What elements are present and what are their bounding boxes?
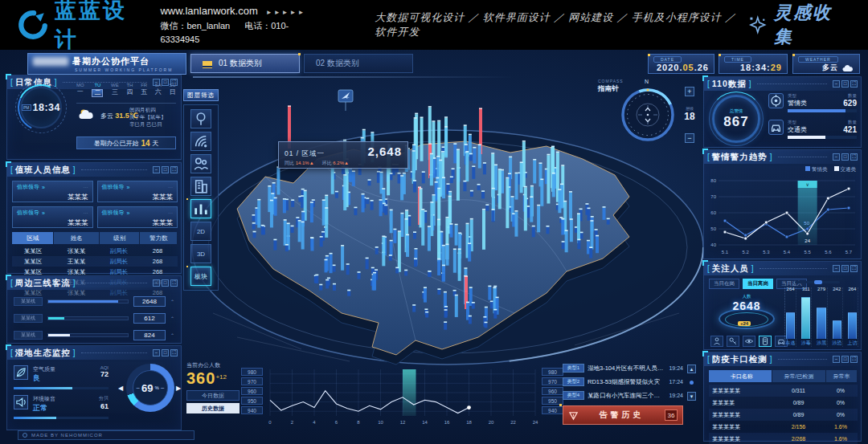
expand-icon[interactable]: ⛶ [850, 80, 858, 88]
window-icon[interactable]: □ [162, 166, 169, 173]
table-row[interactable]: 某某某某0/890% [709, 397, 858, 409]
building-icon[interactable] [190, 177, 211, 196]
minimize-icon[interactable]: − [833, 356, 840, 363]
table-row[interactable]: 某某区王某某副局长268 [12, 256, 178, 267]
duty-leader-card[interactable]: 值班领导»···某某某 [97, 181, 178, 202]
weekday-item[interactable]: FR五 [141, 82, 147, 97]
expand-icon[interactable]: ⛶ [170, 349, 178, 356]
svg-text:∨: ∨ [805, 182, 809, 187]
tab-data-category-2[interactable]: 02 数据类别 [304, 54, 413, 73]
key-icon[interactable] [727, 336, 739, 347]
compass-dial[interactable] [619, 86, 677, 144]
group-icon[interactable] [190, 154, 211, 173]
weekday-item[interactable]: TU二 [92, 82, 103, 97]
window-icon[interactable]: □ [841, 153, 849, 161]
table-row[interactable]: 某某某某某2/1561.6% [709, 421, 858, 433]
window-icon[interactable]: □ [162, 349, 169, 356]
badge-icon[interactable] [759, 336, 772, 347]
role-label: 值班领导 [102, 209, 125, 217]
window-icon[interactable]: □ [841, 356, 849, 363]
column-header[interactable]: 姓名 [54, 232, 98, 244]
time-seconds: 29 [771, 63, 782, 72]
warning-triangle-icon [568, 410, 579, 421]
today-data-button[interactable]: 今日数据 [186, 390, 240, 401]
user-icon[interactable] [710, 336, 723, 347]
focus-bar[interactable]: 264上访 [847, 287, 858, 347]
scroll-thumb[interactable] [690, 381, 694, 385]
metric-name: 空气质量 [33, 365, 96, 373]
layer-button-3D[interactable]: 3D [190, 244, 211, 263]
map-plane-marker[interactable] [338, 90, 353, 111]
column-header[interactable]: 异常率 [826, 370, 857, 382]
expand-icon[interactable]: ⛶ [850, 153, 858, 161]
alarm-row[interactable]: 类型1湿地3-104片区有不明人员闯入19:24 [563, 363, 683, 373]
detect-ratio: 0/89 [772, 412, 825, 418]
brand-url[interactable]: www.lanlanwork.com [160, 5, 257, 17]
scroll-up-icon[interactable]: ▲ [687, 365, 696, 373]
minimize-icon[interactable]: − [833, 265, 840, 272]
chart-range-slider[interactable] [795, 281, 840, 283]
column-header[interactable]: 异常/已检测 [772, 370, 826, 382]
column-header[interactable]: 卡口名称 [709, 370, 772, 382]
expand-icon[interactable]: ⛶ [170, 166, 178, 173]
chart-icon[interactable] [190, 199, 211, 218]
weekday-item[interactable]: MO一 [76, 82, 84, 97]
gauge-prev-arrow[interactable]: ◀ [118, 385, 123, 392]
table-row[interactable]: 某某某某某0/3110% [709, 385, 858, 397]
minimize-icon[interactable]: − [153, 166, 160, 173]
column-header[interactable]: 区域 [12, 232, 53, 244]
weekday-item[interactable]: SA六 [155, 82, 162, 97]
window-icon[interactable]: □ [841, 265, 849, 272]
zoom-out-button[interactable]: − [685, 133, 694, 143]
focus-bar[interactable]: 242涉恐 [832, 287, 843, 347]
office-trend-chart[interactable]: 024681012141618202224 [267, 366, 538, 427]
table-row[interactable]: 某某某某某0/890% [709, 409, 858, 421]
weekday-item[interactable]: TH四 [126, 82, 133, 97]
weekday-item[interactable]: WE三 [111, 82, 119, 97]
table-row[interactable]: 某某某某某2/2681.6% [709, 433, 858, 444]
ytick-label: 940 [542, 406, 563, 414]
eco-metric: 空气质量良AQI72 [14, 365, 108, 384]
window-icon[interactable]: □ [841, 80, 849, 88]
minimize-icon[interactable]: − [153, 279, 160, 287]
signal-icon[interactable] [190, 132, 211, 151]
traffic-icon [768, 120, 784, 135]
flow-bar-track [47, 316, 129, 320]
tab-data-category-1[interactable]: 01 数据类别 [190, 54, 300, 73]
expand-icon[interactable]: ⛶ [170, 279, 178, 287]
minimize-icon[interactable]: − [833, 153, 840, 161]
gauge-next-arrow[interactable]: ▶ [176, 385, 181, 392]
layer-button-板块[interactable]: 板块 [190, 267, 211, 286]
focus-bar[interactable]: 311涉毒 [800, 287, 812, 347]
trend-line-chart[interactable]: 8070605040∨50245.15.25.35.45.55.65.7 [706, 174, 860, 258]
scroll-down-icon[interactable]: ▼ [687, 392, 696, 401]
count-delta: +24 [738, 321, 751, 326]
expand-icon[interactable]: ⛶ [850, 265, 858, 272]
legend-item[interactable]: 交通类 [834, 166, 857, 173]
alarm-row[interactable]: 类型2RD13-53烟感报警疑似火灾17:24 [563, 377, 683, 387]
duty-leader-card[interactable]: 值班领导»···某某某 [12, 181, 93, 202]
legend-item[interactable]: 警情类 [805, 166, 828, 173]
focus-tab[interactable]: 当日在岗 [709, 279, 739, 289]
alarm-history-button[interactable]: 告警历史 36 [563, 405, 683, 425]
duty-leader-card[interactable]: 值班领导»···某某某 [97, 206, 178, 228]
minimize-icon[interactable]: − [153, 349, 160, 356]
weekday-item[interactable]: SU日 [170, 82, 176, 97]
svg-text:50: 50 [804, 221, 809, 226]
layer-button-2D[interactable]: 2D [190, 222, 211, 241]
table-row[interactable]: 某某区张某某副局长268 [12, 246, 178, 256]
column-header[interactable]: 级别 [100, 232, 140, 244]
alarm-row[interactable]: 类型4某路口有小汽车连闯三个红灯19:24 [563, 390, 683, 401]
minimize-icon[interactable]: − [833, 80, 840, 88]
expand-icon[interactable]: ⛶ [850, 356, 858, 363]
focus-bar[interactable]: 279涉黑 [816, 287, 827, 347]
history-data-button[interactable]: 历史数据 [186, 403, 240, 413]
eye-icon[interactable] [743, 336, 755, 347]
duty-leader-card[interactable]: 值班领导»···某某某 [12, 206, 93, 228]
window-icon[interactable]: □ [162, 279, 169, 287]
zoom-in-button[interactable]: + [685, 87, 694, 96]
focus-tab[interactable]: 当日离岗 [743, 279, 773, 289]
column-header[interactable]: 警力数 [140, 232, 177, 244]
focus-bar[interactable]: 264在逃 [785, 287, 796, 347]
pin-icon[interactable] [190, 109, 211, 128]
